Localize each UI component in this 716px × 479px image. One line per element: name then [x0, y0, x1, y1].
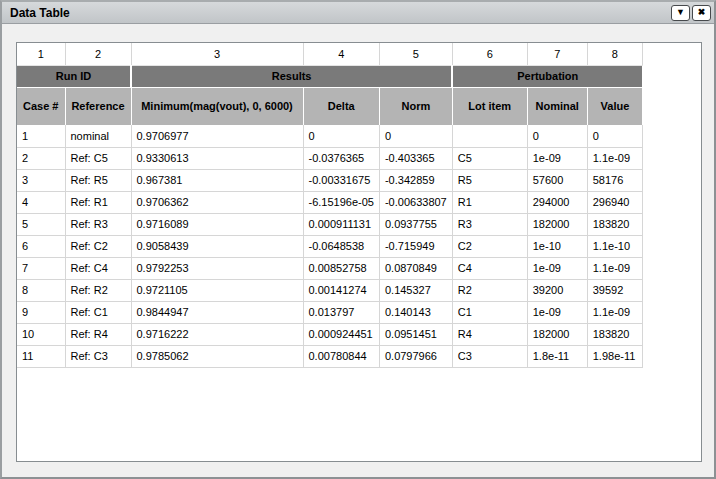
- table-cell[interactable]: 1.8e-11: [527, 345, 587, 367]
- table-cell[interactable]: 3: [17, 169, 65, 191]
- table-cell[interactable]: 0.0870849: [379, 257, 452, 279]
- table-cell[interactable]: 0.9706977: [131, 125, 303, 147]
- table-row[interactable]: 4Ref: R10.9706362-6.15196e-05-0.00633807…: [17, 191, 642, 213]
- table-cell[interactable]: 0.0951451: [379, 323, 452, 345]
- column-index-cell[interactable]: 6: [452, 43, 527, 65]
- column-header-cell[interactable]: Value: [587, 87, 642, 125]
- table-cell[interactable]: 0.000924451: [303, 323, 379, 345]
- table-cell[interactable]: -0.00633807: [379, 191, 452, 213]
- column-header-cell[interactable]: Norm: [379, 87, 452, 125]
- table-cell[interactable]: -6.15196e-05: [303, 191, 379, 213]
- table-cell[interactable]: 10: [17, 323, 65, 345]
- table-cell[interactable]: R5: [452, 169, 527, 191]
- table-cell[interactable]: Ref: C4: [65, 257, 131, 279]
- table-row[interactable]: 11Ref: C30.97850620.007808440.0797966C31…: [17, 345, 642, 367]
- table-row[interactable]: 3Ref: R50.967381-0.00331675-0.342859R557…: [17, 169, 642, 191]
- table-cell[interactable]: 39592: [587, 279, 642, 301]
- table-row[interactable]: 9Ref: C10.98449470.0137970.140143C11e-09…: [17, 301, 642, 323]
- table-cell[interactable]: 0.145327: [379, 279, 452, 301]
- table-cell[interactable]: -0.0648538: [303, 235, 379, 257]
- table-cell[interactable]: Ref: C3: [65, 345, 131, 367]
- table-cell[interactable]: 0.000911131: [303, 213, 379, 235]
- table-cell[interactable]: 182000: [527, 323, 587, 345]
- table-cell[interactable]: C3: [452, 345, 527, 367]
- column-header-cell[interactable]: Reference: [65, 87, 131, 125]
- column-index-cell[interactable]: 4: [303, 43, 379, 65]
- table-cell[interactable]: 57600: [527, 169, 587, 191]
- table-cell[interactable]: Ref: C1: [65, 301, 131, 323]
- table-cell[interactable]: 0.9716089: [131, 213, 303, 235]
- column-header-cell[interactable]: Lot item: [452, 87, 527, 125]
- table-cell[interactable]: 0.9785062: [131, 345, 303, 367]
- table-cell[interactable]: 0.0937755: [379, 213, 452, 235]
- table-cell[interactable]: 0.00852758: [303, 257, 379, 279]
- table-cell[interactable]: -0.715949: [379, 235, 452, 257]
- table-cell[interactable]: R2: [452, 279, 527, 301]
- table-row[interactable]: 2Ref: C50.9330613-0.0376365-0.403365C51e…: [17, 147, 642, 169]
- table-cell[interactable]: Ref: C2: [65, 235, 131, 257]
- table-cell[interactable]: 182000: [527, 213, 587, 235]
- titlebar[interactable]: Data Table ▼ ✖: [2, 2, 714, 24]
- table-cell[interactable]: 1.98e-11: [587, 345, 642, 367]
- table-cell[interactable]: Ref: R4: [65, 323, 131, 345]
- table-cell[interactable]: C1: [452, 301, 527, 323]
- column-header-cell[interactable]: Minimum(mag(vout), 0, 6000): [131, 87, 303, 125]
- table-cell[interactable]: 0: [379, 125, 452, 147]
- table-cell[interactable]: 0: [527, 125, 587, 147]
- column-index-cell[interactable]: 7: [527, 43, 587, 65]
- table-cell[interactable]: 1e-09: [527, 257, 587, 279]
- table-cell[interactable]: 0.967381: [131, 169, 303, 191]
- table-cell[interactable]: Ref: C5: [65, 147, 131, 169]
- column-index-cell[interactable]: 5: [379, 43, 452, 65]
- table-cell[interactable]: 0.00141274: [303, 279, 379, 301]
- table-cell[interactable]: 0.0797966: [379, 345, 452, 367]
- table-cell[interactable]: 1.1e-10: [587, 235, 642, 257]
- table-cell[interactable]: 1e-09: [527, 147, 587, 169]
- table-cell[interactable]: 0: [303, 125, 379, 147]
- table-cell[interactable]: 8: [17, 279, 65, 301]
- column-index-cell[interactable]: 3: [131, 43, 303, 65]
- table-cell[interactable]: -0.342859: [379, 169, 452, 191]
- table-cell[interactable]: 11: [17, 345, 65, 367]
- table-cell[interactable]: 0.9706362: [131, 191, 303, 213]
- table-cell[interactable]: 9: [17, 301, 65, 323]
- table-cell[interactable]: 0.00780844: [303, 345, 379, 367]
- column-index-cell[interactable]: 1: [17, 43, 65, 65]
- table-cell[interactable]: Ref: R5: [65, 169, 131, 191]
- table-cell[interactable]: 0.9058439: [131, 235, 303, 257]
- table-cell[interactable]: 0.9844947: [131, 301, 303, 323]
- table-cell[interactable]: Ref: R1: [65, 191, 131, 213]
- column-index-cell[interactable]: 2: [65, 43, 131, 65]
- table-cell[interactable]: R4: [452, 323, 527, 345]
- table-cell[interactable]: 0.140143: [379, 301, 452, 323]
- column-header-cell[interactable]: Delta: [303, 87, 379, 125]
- table-cell[interactable]: 5: [17, 213, 65, 235]
- table-cell[interactable]: 0.9716222: [131, 323, 303, 345]
- table-cell[interactable]: C4: [452, 257, 527, 279]
- table-cell[interactable]: 183820: [587, 323, 642, 345]
- table-cell[interactable]: 0: [587, 125, 642, 147]
- table-cell[interactable]: -0.0376365: [303, 147, 379, 169]
- table-cell[interactable]: 0.9721105: [131, 279, 303, 301]
- table-cell[interactable]: 2: [17, 147, 65, 169]
- table-cell[interactable]: [452, 125, 527, 147]
- table-cell[interactable]: 183820: [587, 213, 642, 235]
- table-cell[interactable]: 1.1e-09: [587, 301, 642, 323]
- table-cell[interactable]: R3: [452, 213, 527, 235]
- table-cell[interactable]: Ref: R2: [65, 279, 131, 301]
- table-cell[interactable]: 1: [17, 125, 65, 147]
- table-row[interactable]: 1nominal0.97069770000: [17, 125, 642, 147]
- table-cell[interactable]: Ref: R3: [65, 213, 131, 235]
- table-cell[interactable]: 0.9330613: [131, 147, 303, 169]
- table-cell[interactable]: 6: [17, 235, 65, 257]
- column-index-cell[interactable]: 8: [587, 43, 642, 65]
- table-row[interactable]: 6Ref: C20.9058439-0.0648538-0.715949C21e…: [17, 235, 642, 257]
- table-row[interactable]: 7Ref: C40.97922530.008527580.0870849C41e…: [17, 257, 642, 279]
- close-button[interactable]: ✖: [692, 5, 711, 21]
- table-row[interactable]: 5Ref: R30.97160890.0009111310.0937755R31…: [17, 213, 642, 235]
- column-header-cell[interactable]: Case #: [17, 87, 65, 125]
- table-cell[interactable]: 1e-10: [527, 235, 587, 257]
- table-cell[interactable]: -0.00331675: [303, 169, 379, 191]
- table-cell[interactable]: nominal: [65, 125, 131, 147]
- table-row[interactable]: 8Ref: R20.97211050.001412740.145327R2392…: [17, 279, 642, 301]
